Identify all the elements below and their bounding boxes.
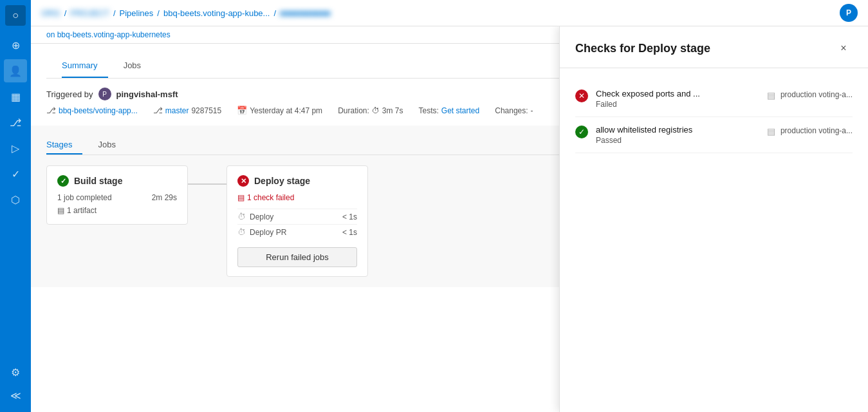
check-status-success-icon: ✓ — [575, 126, 588, 138]
user-icon[interactable]: 👤 — [4, 59, 27, 82]
home-icon[interactable]: ⊕ — [4, 33, 27, 57]
meta-tests: Tests: Get started — [419, 106, 480, 115]
panel-header: Checks for Deploy stage × — [560, 26, 868, 68]
stage-tab-stages[interactable]: Stages — [46, 136, 82, 154]
checks-panel: Checks for Deploy stage × ✕ Check expose… — [559, 26, 868, 412]
sidebar: ○ ⊕ 👤 ▦ ⎇ ▷ ✓ ⬡ ⚙ ≪ — [0, 0, 31, 412]
deploy-stage-header: ✕ Deploy stage — [237, 175, 357, 187]
build-artifact: ▤ 1 artifact — [57, 206, 177, 215]
check-status-failed-icon: ✕ — [575, 89, 588, 102]
check-failed-row[interactable]: ▤ 1 check failed — [237, 193, 357, 202]
check-name-2[interactable]: allow whitelisted registries — [596, 125, 692, 135]
triggered-by-label: Triggered by — [46, 89, 93, 99]
run-id-label[interactable]: ■■■■■■■■■■ — [280, 8, 331, 18]
topbar-right: P — [840, 4, 858, 22]
deploy-job-row-1[interactable]: ⏱ Deploy < 1s — [237, 209, 357, 224]
settings-icon[interactable]: ⚙ — [4, 360, 27, 384]
topbar: ORG / PROJECT / Pipelines / bbq-beets.vo… — [31, 0, 868, 26]
deploy-job-name-1: Deploy — [250, 212, 273, 221]
panel-title: Checks for Deploy stage — [575, 42, 710, 55]
meta-date: 📅 Yesterday at 4:47 pm — [237, 106, 322, 115]
artifacts-icon[interactable]: ⬡ — [4, 188, 27, 211]
check-item-left-1: ✕ Check exposed ports and ... Failed — [575, 89, 700, 109]
breadcrumb-sep-3: / — [157, 8, 160, 18]
testplans-icon[interactable]: ✓ — [4, 162, 27, 185]
meta-branch: ⎇ master 9287515 — [153, 106, 221, 115]
date-label: Yesterday at 4:47 pm — [250, 106, 322, 115]
repos-icon[interactable]: ⎇ — [4, 111, 27, 134]
check-repo-name-2: production voting-a... — [780, 126, 853, 135]
build-stage-title: Build stage — [74, 176, 122, 186]
deploy-status-icon: ✕ — [237, 175, 249, 187]
org-label[interactable]: ORG — [41, 8, 60, 18]
check-icon: ▤ — [237, 193, 245, 202]
check-repo-icon-1: ▤ — [767, 90, 775, 100]
check-failed-label: 1 check failed — [247, 193, 294, 202]
clock-icon-1: ⏱ — [237, 212, 246, 221]
deploy-job-dur-2: < 1s — [342, 228, 357, 237]
sidebar-bottom: ⚙ ≪ — [4, 360, 27, 407]
sidebar-logo[interactable]: ○ — [5, 5, 26, 26]
artifact-icon: ▤ — [57, 206, 64, 215]
check-right-1: ▤ production voting-a... — [767, 89, 853, 100]
check-repo-name-1: production voting-a... — [780, 90, 853, 99]
build-stage-header: ✓ Build stage — [57, 175, 177, 187]
stage-connector — [188, 183, 226, 185]
build-stage-card: ✓ Build stage 1 job completed 2m 29s ▤ 1… — [46, 165, 188, 225]
breadcrumb-sep-1: / — [64, 8, 67, 18]
stage-tab-jobs[interactable]: Jobs — [98, 136, 125, 154]
project-label[interactable]: PROJECT — [70, 8, 109, 18]
branch-label[interactable]: master — [165, 106, 189, 115]
tab-jobs-top[interactable]: Jobs — [124, 54, 151, 78]
deploy-job-name-2: Deploy PR — [250, 228, 286, 237]
tests-link[interactable]: Get started — [441, 106, 479, 115]
duration-label: Duration: — [338, 106, 369, 115]
panel-close-button[interactable]: × — [835, 39, 853, 57]
check-name-1[interactable]: Check exposed ports and ... — [596, 89, 700, 98]
content-area: on bbq-beets.voting-app-kubernetes Summa… — [31, 26, 868, 412]
repo-path-label[interactable]: bbq-beets.voting-app-kube... — [163, 8, 270, 18]
check-status-text-1: Failed — [596, 100, 700, 109]
collapse-icon[interactable]: ≪ — [4, 384, 27, 407]
pipelines-icon[interactable]: ▷ — [4, 136, 27, 160]
check-item-2: ✓ allow whitelisted registries Passed ▤ … — [575, 117, 853, 153]
breadcrumb-sep-2: / — [113, 8, 116, 18]
duration-value: ⏱ — [372, 106, 380, 115]
breadcrumb-sep-4: / — [273, 8, 276, 18]
repo-link-text[interactable]: bbq-beets/voting-app... — [59, 106, 138, 115]
meta-duration: Duration: ⏱ 3m 7s — [338, 106, 403, 115]
calendar-icon: 📅 — [237, 106, 247, 115]
changes-value: - — [531, 106, 533, 115]
boards-icon[interactable]: ▦ — [4, 85, 27, 108]
deploy-job-row-2[interactable]: ⏱ Deploy PR < 1s — [237, 224, 357, 239]
tests-label: Tests: — [419, 106, 439, 115]
check-right-2: ▤ production voting-a... — [767, 125, 853, 136]
deploy-stage-title: Deploy stage — [254, 176, 310, 186]
main-content: ORG / PROJECT / Pipelines / bbq-beets.vo… — [31, 0, 868, 412]
changes-label: Changes: — [495, 106, 528, 115]
meta-repo: ⎇ bbq-beets/voting-app... — [46, 106, 138, 115]
commit-id: 9287515 — [191, 106, 221, 115]
check-info-1: Check exposed ports and ... Failed — [596, 89, 700, 109]
branch-icon: ⎇ — [153, 106, 163, 115]
pipelines-label[interactable]: Pipelines — [120, 8, 154, 18]
artifact-label: 1 artifact — [67, 206, 97, 215]
check-status-text-2: Passed — [596, 136, 692, 145]
breadcrumb: ORG / PROJECT / Pipelines / bbq-beets.vo… — [41, 8, 331, 18]
build-duration: 2m 29s — [152, 193, 177, 202]
deploy-job-left-2: ⏱ Deploy PR — [237, 227, 286, 237]
rerun-failed-button[interactable]: Rerun failed jobs — [237, 247, 357, 267]
clock-icon-2: ⏱ — [237, 227, 246, 237]
build-stage-meta: 1 job completed 2m 29s — [57, 193, 177, 202]
check-info-2: allow whitelisted registries Passed — [596, 125, 692, 145]
build-status-icon: ✓ — [57, 175, 69, 187]
avatar: P — [840, 4, 858, 22]
tab-summary[interactable]: Summary — [62, 54, 108, 78]
deploy-job-dur-1: < 1s — [342, 212, 357, 221]
meta-changes: Changes: - — [495, 106, 533, 115]
trigger-avatar: P — [98, 88, 111, 100]
repo-icon: ⎇ — [46, 106, 56, 115]
check-item-left-2: ✓ allow whitelisted registries Passed — [575, 125, 692, 145]
deploy-stage-card: ✕ Deploy stage ▤ 1 check failed ⏱ Deploy… — [226, 165, 368, 277]
trigger-user: pingvishal-msft — [116, 89, 178, 99]
